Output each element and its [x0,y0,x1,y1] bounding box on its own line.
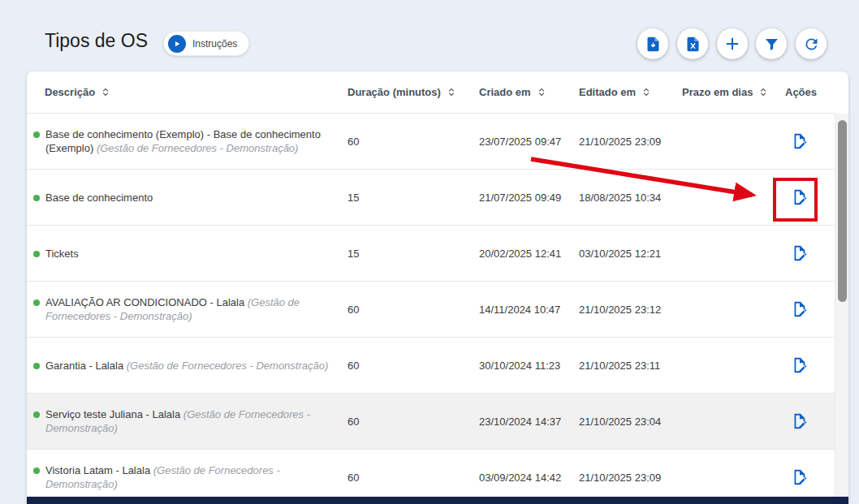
vertical-scrollbar[interactable] [835,114,848,497]
export-document-icon [645,36,662,53]
edit-button[interactable] [790,356,808,374]
actions-cell [785,132,835,150]
column-header-duracao[interactable]: Duração (minutos) [347,86,479,98]
refresh-button[interactable] [796,28,827,59]
edit-document-icon [790,468,808,486]
description-text: Base de conhecimento [45,191,153,205]
duration-cell: 15 [347,247,479,261]
edited-at-cell: 21/10/2025 23:09 [579,471,682,485]
status-dot [33,411,40,418]
edit-document-icon [790,356,808,374]
created-at-cell: 21/07/2025 09:49 [479,191,579,205]
sort-icon [641,87,651,97]
description-cell: Garantia - Lalala (Gestão de Fornecedore… [33,359,347,373]
add-button[interactable] [717,28,748,59]
duration-cell: 60 [347,415,479,429]
created-at-cell: 23/07/2025 09:47 [479,135,579,149]
edit-button[interactable] [790,300,808,318]
table-card: Descrição Duração (minutos) Criado em Ed… [27,71,848,504]
play-icon [168,35,186,53]
duration-cell: 15 [347,191,479,205]
description-text: Serviço teste Juliana - Lalala (Gestão d… [45,407,335,435]
description-label: Tickets [45,248,79,260]
page-title: Tipos de OS [45,30,148,52]
edit-document-icon [790,412,808,430]
status-dot [33,131,40,138]
edited-at-cell: 21/10/2025 23:11 [579,359,682,373]
duration-cell: 60 [347,303,479,317]
description-text: Vistoria Latam - Lalala (Gestão de Forne… [45,463,335,491]
created-at-cell: 20/02/2025 12:41 [479,247,579,261]
table-body: Base de conhecimento (Exemplo) - Base de… [27,114,835,504]
status-dot [33,467,40,474]
filter-button[interactable] [756,28,787,59]
column-header-descricao[interactable]: Descrição [33,86,347,98]
status-dot [33,195,40,201]
table-row[interactable]: Base de conhecimento 15 21/07/2025 09:49… [27,170,835,226]
description-label: Base de conhecimento [45,192,153,204]
types-table: Descrição Duração (minutos) Criado em Ed… [27,71,835,504]
column-header-editado-em[interactable]: Editado em [579,86,682,98]
export-spreadsheet-icon [684,36,701,53]
table-row[interactable]: Garantia - Lalala (Gestão de Fornecedore… [27,338,835,394]
plus-icon [723,35,741,53]
status-dot [33,299,40,306]
column-header-prazo-em-dias[interactable]: Prazo em dias [682,86,785,98]
column-label: Ações [785,86,817,98]
description-cell: Base de conhecimento [33,191,347,205]
table-row[interactable]: AVALIAÇÃO AR CONDICIONADO - Lalala (Gest… [27,282,835,338]
column-header-criado-em[interactable]: Criado em [479,86,579,98]
table-row[interactable]: Vistoria Latam - Lalala (Gestão de Forne… [27,450,835,504]
actions-cell [785,188,835,206]
description-text: Tickets [45,247,79,261]
actions-cell [785,356,835,374]
edited-at-cell: 18/08/2025 10:34 [579,191,682,205]
duration-cell: 60 [347,471,479,485]
sort-icon [447,87,456,97]
created-at-cell: 14/11/2024 10:47 [479,303,579,317]
edit-button[interactable] [790,132,808,150]
sort-icon [537,87,546,97]
filter-icon [763,36,780,53]
instructions-label: Instruções [192,38,237,50]
edited-at-cell: 03/10/2025 12:21 [579,247,682,261]
table-row[interactable]: Base de conhecimento (Exemplo) - Base de… [27,114,835,170]
description-label: AVALIAÇÃO AR CONDICIONADO - Lalala [45,296,244,308]
description-cell: Serviço teste Juliana - Lalala (Gestão d… [33,407,347,435]
scrollbar-thumb[interactable] [838,120,847,302]
description-text: Garantia - Lalala (Gestão de Fornecedore… [45,359,328,373]
table-row[interactable]: Serviço teste Juliana - Lalala (Gestão d… [27,394,835,450]
column-label: Prazo em dias [682,86,753,98]
actions-cell [785,412,835,430]
export-spreadsheet-button[interactable] [677,28,708,59]
column-header-acoes: Ações [785,86,835,98]
description-note: (Gestão de Fornecedores - Demonstração) [97,142,299,154]
actions-cell [785,468,835,486]
edit-document-icon [790,244,808,262]
duration-cell: 60 [347,359,479,373]
table-row[interactable]: Tickets 15 20/02/2025 12:41 03/10/2025 1… [27,226,835,282]
description-label: Vistoria Latam - Lalala [45,464,150,476]
export-document-button[interactable] [637,28,668,59]
footer-bar [27,497,848,504]
description-text: Base de conhecimento (Exemplo) - Base de… [45,127,335,155]
edited-at-cell: 21/10/2025 23:12 [579,303,682,317]
edit-button[interactable] [790,244,808,262]
edit-button[interactable] [790,188,808,206]
edit-button[interactable] [790,468,808,486]
created-at-cell: 03/09/2024 14:42 [479,471,579,485]
description-cell: AVALIAÇÃO AR CONDICIONADO - Lalala (Gest… [33,295,347,323]
edit-button[interactable] [790,412,808,430]
edit-document-icon [790,300,808,318]
instructions-button[interactable]: Instruções [163,31,249,56]
created-at-cell: 23/10/2024 14:37 [479,415,579,429]
duration-cell: 60 [347,135,479,149]
sort-icon [101,87,110,97]
edit-document-icon [790,188,808,206]
actions-cell [785,300,835,318]
description-note: (Gestão de Fornecedores - Demonstração) [127,360,329,372]
description-cell: Vistoria Latam - Lalala (Gestão de Forne… [33,463,347,491]
column-label: Editado em [579,86,636,98]
column-label: Descrição [45,86,95,98]
column-label: Duração (minutos) [347,86,441,98]
